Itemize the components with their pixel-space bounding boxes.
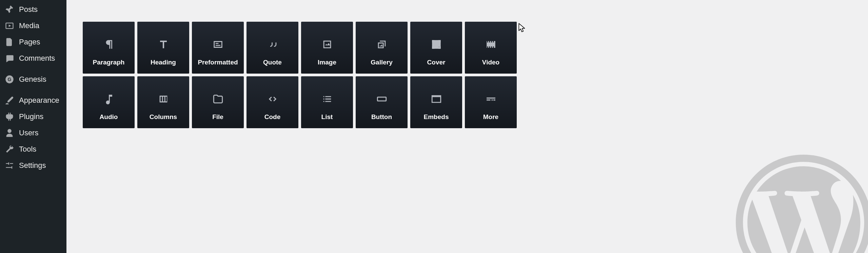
wrench-icon xyxy=(5,144,14,154)
block-gallery[interactable]: Gallery xyxy=(356,22,408,74)
block-label: Heading xyxy=(151,59,176,66)
sidebar-item-label: Settings xyxy=(19,161,62,170)
plug-icon xyxy=(5,112,14,121)
heading-icon xyxy=(137,39,189,50)
gallery-icon xyxy=(356,39,408,50)
page-icon xyxy=(5,37,14,47)
block-label: Embeds xyxy=(424,113,449,121)
sidebar-separator xyxy=(0,87,66,92)
block-quote[interactable]: Quote xyxy=(246,22,298,74)
user-icon xyxy=(5,128,14,138)
admin-sidebar: Posts Media Pages Comments Genesis Appea… xyxy=(0,0,66,253)
brush-icon xyxy=(5,96,14,105)
block-preformatted[interactable]: Preformatted xyxy=(192,22,244,74)
sidebar-item-label: Appearance xyxy=(19,96,62,104)
pin-icon xyxy=(5,5,14,14)
block-image[interactable]: Image xyxy=(301,22,353,74)
block-more[interactable]: More xyxy=(465,76,517,128)
button-icon xyxy=(356,93,408,105)
block-label: Image xyxy=(318,59,336,66)
sidebar-item-label: Comments xyxy=(19,54,62,62)
block-label: Preformatted xyxy=(198,59,238,66)
sidebar-item-tools[interactable]: Tools xyxy=(0,141,66,157)
sidebar-item-label: Tools xyxy=(19,145,62,153)
block-embeds[interactable]: Embeds xyxy=(410,76,462,128)
block-label: Button xyxy=(371,113,392,121)
sidebar-item-users[interactable]: Users xyxy=(0,125,66,141)
block-cover[interactable]: Cover xyxy=(410,22,462,74)
block-label: More xyxy=(483,113,498,121)
video-icon xyxy=(465,39,517,50)
sidebar-separator xyxy=(0,66,66,71)
sidebar-item-comments[interactable]: Comments xyxy=(0,50,66,66)
block-label: Cover xyxy=(427,59,446,66)
sidebar-item-label: Media xyxy=(19,22,62,30)
sidebar-item-pages[interactable]: Pages xyxy=(0,34,66,50)
block-label: Paragraph xyxy=(93,59,125,66)
preformatted-icon xyxy=(192,39,244,50)
sidebar-item-appearance[interactable]: Appearance xyxy=(0,92,66,109)
block-audio[interactable]: Audio xyxy=(83,76,135,128)
block-label: File xyxy=(212,113,223,121)
audio-icon xyxy=(83,93,135,105)
sidebar-item-label: Posts xyxy=(19,5,62,14)
sliders-icon xyxy=(5,161,14,170)
block-paragraph[interactable]: Paragraph xyxy=(83,22,135,74)
block-list[interactable]: List xyxy=(301,76,353,128)
quote-icon xyxy=(246,39,298,50)
sidebar-item-settings[interactable]: Settings xyxy=(0,157,66,174)
block-label: Audio xyxy=(100,113,118,121)
blocks-grid: Paragraph Heading Preformatted Quote Ima… xyxy=(83,22,852,128)
paragraph-icon xyxy=(83,39,135,50)
block-label: Video xyxy=(482,59,499,66)
sidebar-item-label: Plugins xyxy=(19,113,62,121)
comment-icon xyxy=(5,54,14,63)
media-icon xyxy=(5,21,14,31)
sidebar-item-media[interactable]: Media xyxy=(0,18,66,34)
sidebar-item-label: Genesis xyxy=(19,75,62,83)
sidebar-item-genesis[interactable]: Genesis xyxy=(0,71,66,87)
block-label: List xyxy=(321,113,333,121)
block-label: Code xyxy=(264,113,281,121)
block-heading[interactable]: Heading xyxy=(137,22,189,74)
sidebar-item-posts[interactable]: Posts xyxy=(0,1,66,18)
block-columns[interactable]: Columns xyxy=(137,76,189,128)
block-label: Quote xyxy=(263,59,282,66)
cover-icon xyxy=(410,39,462,50)
code-icon xyxy=(246,93,298,105)
sidebar-item-label: Users xyxy=(19,129,62,137)
genesis-icon xyxy=(5,75,14,84)
block-button[interactable]: Button xyxy=(356,76,408,128)
list-icon xyxy=(301,93,353,105)
sidebar-item-label: Pages xyxy=(19,38,62,46)
block-code[interactable]: Code xyxy=(246,76,298,128)
embeds-icon xyxy=(410,93,462,105)
block-video[interactable]: Video xyxy=(465,22,517,74)
wordpress-logo-watermark xyxy=(736,155,868,253)
content-area: Paragraph Heading Preformatted Quote Ima… xyxy=(66,0,868,253)
block-file[interactable]: File xyxy=(192,76,244,128)
columns-icon xyxy=(137,93,189,105)
block-label: Columns xyxy=(150,113,177,121)
sidebar-item-plugins[interactable]: Plugins xyxy=(0,109,66,125)
image-icon xyxy=(301,39,353,50)
file-icon xyxy=(192,93,244,105)
more-icon xyxy=(465,93,517,105)
block-label: Gallery xyxy=(371,59,392,66)
